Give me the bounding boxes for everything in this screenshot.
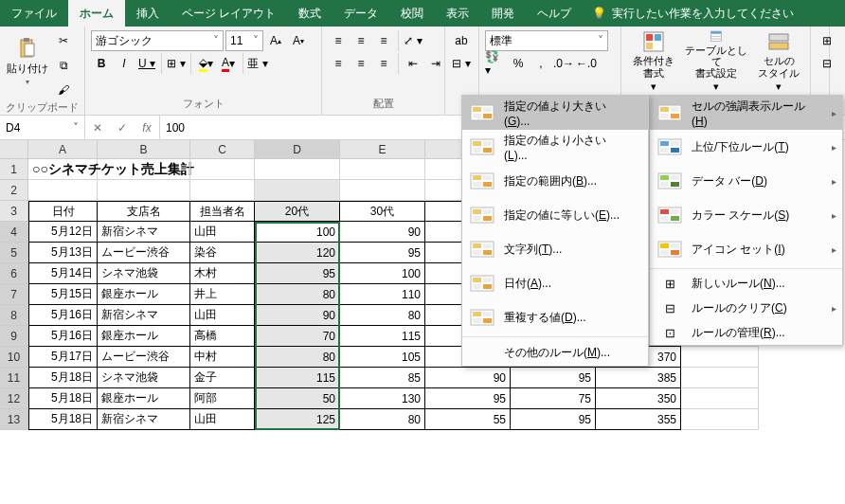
- select-all-corner[interactable]: [0, 140, 28, 159]
- font-color-button[interactable]: A ▾: [218, 53, 239, 74]
- header-cell[interactable]: 20代: [255, 201, 340, 222]
- data-cell[interactable]: 5月18日: [28, 409, 98, 430]
- data-cell[interactable]: 130: [340, 388, 425, 409]
- data-cell[interactable]: 5月15日: [28, 284, 98, 305]
- cell[interactable]: [255, 180, 340, 201]
- row-header[interactable]: 1: [0, 159, 28, 180]
- row-header[interactable]: 8: [0, 305, 28, 326]
- col-header[interactable]: C: [190, 140, 255, 159]
- data-cell[interactable]: 木村: [190, 263, 255, 284]
- fx-button[interactable]: fx: [135, 121, 159, 135]
- data-cell[interactable]: 355: [596, 409, 681, 430]
- indent-inc-button[interactable]: ⇥: [425, 53, 446, 74]
- copy-button[interactable]: ⧉: [53, 55, 74, 76]
- header-cell[interactable]: 支店名: [98, 201, 190, 222]
- data-cell[interactable]: 100: [255, 222, 340, 243]
- data-cell[interactable]: 75: [511, 388, 596, 409]
- name-box[interactable]: D4˅: [0, 116, 85, 139]
- tab-校閲[interactable]: 校閲: [389, 0, 435, 27]
- tab-データ[interactable]: データ: [333, 0, 389, 27]
- menu-item[interactable]: 指定の値より大きい(G)...: [462, 96, 648, 130]
- comma-button[interactable]: ,: [530, 53, 551, 74]
- tab-ヘルプ[interactable]: ヘルプ: [526, 0, 583, 27]
- data-cell[interactable]: 銀座ホール: [98, 388, 190, 409]
- data-cell[interactable]: 銀座ホール: [98, 326, 190, 347]
- data-cell[interactable]: ムービー渋谷: [98, 243, 190, 263]
- row-header[interactable]: 13: [0, 409, 28, 430]
- underline-button[interactable]: U ▾: [136, 53, 157, 74]
- format-table-button[interactable]: テーブルとして 書式設定▾: [684, 30, 750, 93]
- menu-item[interactable]: データ バー(D)▸: [650, 164, 842, 198]
- menu-item[interactable]: ⊞新しいルール(N)...: [650, 271, 842, 296]
- fill-color-button[interactable]: ⬙ ▾: [195, 53, 216, 74]
- data-cell[interactable]: 90: [425, 368, 511, 388]
- data-cell[interactable]: 5月18日: [28, 368, 98, 388]
- row-header[interactable]: 12: [0, 388, 28, 409]
- data-cell[interactable]: 5月16日: [28, 326, 98, 347]
- row-header[interactable]: 4: [0, 222, 28, 243]
- phonetic-button[interactable]: 亜 ▾: [247, 53, 268, 74]
- data-cell[interactable]: シネマ池袋: [98, 263, 190, 284]
- data-cell[interactable]: 50: [255, 388, 340, 409]
- data-cell[interactable]: 95: [255, 263, 340, 284]
- data-cell[interactable]: 115: [340, 326, 425, 347]
- align-right-button[interactable]: ≡: [373, 53, 394, 74]
- data-cell[interactable]: 100: [340, 263, 425, 284]
- data-cell[interactable]: 95: [425, 388, 511, 409]
- data-cell[interactable]: 5月17日: [28, 347, 98, 368]
- row-header[interactable]: 2: [0, 180, 28, 201]
- data-cell[interactable]: 新宿シネマ: [98, 305, 190, 326]
- data-cell[interactable]: 85: [340, 368, 425, 388]
- menu-item[interactable]: 指定の値より小さい(L)...: [462, 130, 648, 164]
- menu-item[interactable]: ⊟ルールのクリア(C)▸: [650, 296, 842, 320]
- col-header[interactable]: D: [255, 140, 340, 159]
- data-cell[interactable]: 90: [340, 222, 425, 243]
- align-bot-button[interactable]: ≡: [373, 30, 394, 51]
- menu-item[interactable]: 指定の範囲内(B)...: [462, 164, 648, 198]
- tab-開発[interactable]: 開発: [480, 0, 526, 27]
- accounting-button[interactable]: 💱 ▾: [485, 53, 506, 74]
- data-cell[interactable]: 5月16日: [28, 305, 98, 326]
- data-cell[interactable]: 阿部: [190, 388, 255, 409]
- tab-ページ レイアウト[interactable]: ページ レイアウト: [171, 0, 287, 27]
- tab-ファイル[interactable]: ファイル: [0, 0, 68, 27]
- row-header[interactable]: 10: [0, 347, 28, 368]
- data-cell[interactable]: 山田: [190, 305, 255, 326]
- menu-item[interactable]: カラー スケール(S)▸: [650, 198, 842, 232]
- data-cell[interactable]: 山田: [190, 222, 255, 243]
- data-cell[interactable]: 385: [596, 368, 681, 388]
- percent-button[interactable]: %: [508, 53, 529, 74]
- header-cell[interactable]: 日付: [28, 201, 98, 222]
- grow-font-button[interactable]: A▴: [265, 30, 286, 51]
- menu-item[interactable]: ⊡ルールの管理(R)...: [650, 320, 842, 345]
- row-header[interactable]: 5: [0, 243, 28, 263]
- align-left-button[interactable]: ≡: [328, 53, 349, 74]
- cancel-edit-button[interactable]: ✕: [85, 121, 110, 135]
- menu-item-more[interactable]: その他のルール(M)...: [462, 339, 648, 366]
- data-cell[interactable]: 金子: [190, 368, 255, 388]
- shrink-font-button[interactable]: A▾: [288, 30, 309, 51]
- row-header[interactable]: 11: [0, 368, 28, 388]
- tab-ホーム[interactable]: ホーム: [68, 0, 125, 27]
- data-cell[interactable]: [681, 347, 759, 368]
- menu-item[interactable]: 文字列(T)...: [462, 232, 648, 266]
- data-cell[interactable]: 5月12日: [28, 222, 98, 243]
- data-cell[interactable]: 115: [255, 368, 340, 388]
- data-cell[interactable]: 山田: [190, 409, 255, 430]
- data-cell[interactable]: 125: [255, 409, 340, 430]
- cell[interactable]: [340, 180, 425, 201]
- data-cell[interactable]: 80: [255, 347, 340, 368]
- orientation-button[interactable]: ⤢ ▾: [403, 30, 423, 51]
- menu-item[interactable]: 日付(A)...: [462, 266, 648, 300]
- data-cell[interactable]: 中村: [190, 347, 255, 368]
- cell-styles-button[interactable]: セルの スタイル▾: [753, 30, 804, 93]
- menu-item[interactable]: アイコン セット(I)▸: [650, 232, 842, 266]
- data-cell[interactable]: 80: [340, 409, 425, 430]
- data-cell[interactable]: 105: [340, 347, 425, 368]
- tab-挿入[interactable]: 挿入: [125, 0, 171, 27]
- data-cell[interactable]: 120: [255, 243, 340, 263]
- format-painter-button[interactable]: 🖌: [53, 80, 74, 100]
- data-cell[interactable]: 55: [425, 409, 511, 430]
- cell[interactable]: ○○シネマチケット売上集計: [28, 159, 98, 180]
- row-header[interactable]: 3: [0, 201, 28, 222]
